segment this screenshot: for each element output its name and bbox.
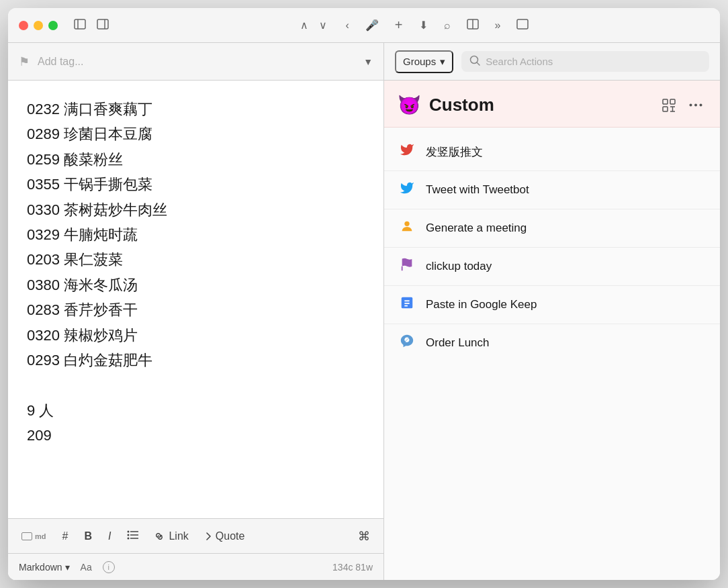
svg-rect-2 — [97, 19, 108, 29]
svg-point-13 — [128, 537, 130, 539]
tag-bar: ⚑ Add tag... ▼ — [8, 43, 383, 81]
editor-line-11: 0293 白灼金菇肥牛 — [27, 348, 365, 373]
nav-up-button[interactable]: ∧ — [298, 16, 311, 34]
action-item-1[interactable]: 发竖版推文 — [384, 133, 720, 171]
hashtag-button[interactable]: # — [60, 528, 71, 545]
markdown-badge: md — [19, 530, 49, 543]
nav-buttons: ∧ ∨ — [298, 16, 330, 34]
status-bar: Markdown ▾ Aa i 134c 81w — [8, 553, 383, 580]
editor-line-1: 0232 满口香爽藕丁 — [27, 97, 365, 121]
editor-content[interactable]: 0232 满口香爽藕丁 0289 珍菌日本豆腐 0259 酸菜粉丝 0355 干… — [8, 81, 383, 518]
svg-line-15 — [477, 62, 480, 65]
search-actions-input[interactable] — [486, 56, 701, 67]
action-icon-6 — [398, 334, 416, 352]
search-icon — [469, 55, 480, 68]
maximize-button[interactable] — [48, 21, 58, 30]
action-item-6[interactable]: Order Lunch — [384, 324, 720, 362]
search-bar — [461, 51, 709, 72]
quote-label: Quote — [216, 530, 245, 542]
editor-summary-1: 9 人 — [27, 398, 365, 423]
editor-line-5: 0330 茶树菇炒牛肉丝 — [27, 197, 365, 222]
action-item-2[interactable]: Tweet with Tweetbot — [384, 171, 720, 209]
actions-list: 发竖版推文 Tweet with Tweetbot — [384, 128, 720, 580]
action-label-5: Paste in Google Keep — [426, 298, 537, 311]
list-button[interactable] — [124, 528, 142, 545]
font-button[interactable]: Aa — [81, 562, 92, 573]
sidebar-toggle-icons — [74, 19, 109, 32]
action-icon-4 — [398, 257, 416, 276]
groups-label: Groups — [403, 56, 436, 67]
svg-point-24 — [700, 104, 702, 107]
more-icon[interactable]: » — [495, 19, 501, 32]
editor-toolbar: md # B I — [8, 518, 383, 553]
action-icon-1 — [398, 142, 416, 161]
editor-line-8: 0380 海米冬瓜汤 — [27, 273, 365, 297]
panel-icon[interactable] — [467, 19, 479, 32]
editor-line-2: 0289 珍菌日本豆腐 — [27, 121, 365, 146]
action-label-3: Generate a meeting — [426, 222, 527, 235]
traffic-lights — [19, 21, 58, 30]
titlebar: ∧ ∨ ‹ 🎤 + ⬇ ⌕ » — [8, 8, 720, 43]
groups-button[interactable]: Groups ▾ — [395, 50, 453, 73]
italic-button[interactable]: I — [105, 528, 113, 545]
mode-dropdown-icon: ▾ — [65, 562, 70, 573]
add-button[interactable]: + — [395, 17, 403, 33]
right-panel: Groups ▾ 😈 Custom — [384, 43, 720, 580]
svg-rect-0 — [75, 19, 85, 29]
svg-rect-16 — [663, 99, 668, 104]
action-item-4[interactable]: clickup today — [384, 248, 720, 286]
editor-line-7: 0203 果仁菠菜 — [27, 247, 365, 272]
mode-label: Markdown — [19, 562, 62, 573]
editor-line-10: 0320 辣椒炒鸡片 — [27, 323, 365, 348]
svg-rect-7 — [22, 532, 32, 540]
action-item-5[interactable]: Paste in Google Keep — [384, 286, 720, 324]
download-icon[interactable]: ⬇ — [419, 19, 428, 32]
action-icon-2 — [398, 181, 416, 199]
group-header: 😈 Custom — [384, 81, 720, 128]
editor-spacer — [27, 373, 365, 397]
svg-point-12 — [128, 534, 130, 536]
add-tag-placeholder[interactable]: Add tag... — [38, 56, 355, 68]
close-button[interactable] — [19, 21, 28, 30]
editor-line-3: 0259 酸菜粉丝 — [27, 147, 365, 172]
editor-line-6: 0329 牛腩炖时蔬 — [27, 222, 365, 247]
fullscreen-icon[interactable] — [516, 19, 529, 32]
word-count: 134c 81w — [332, 562, 373, 573]
group-scan-button[interactable] — [658, 95, 680, 116]
sidebar-icon-2[interactable] — [97, 19, 109, 32]
group-more-button[interactable] — [685, 95, 707, 116]
minimize-button[interactable] — [34, 21, 43, 30]
info-button[interactable]: i — [103, 561, 115, 573]
quote-button[interactable]: Quote — [202, 528, 248, 545]
mic-icon[interactable]: 🎤 — [365, 19, 379, 32]
link-button[interactable]: Link — [152, 528, 191, 545]
sidebar-icon-1[interactable] — [74, 19, 86, 32]
info-icon: i — [107, 563, 109, 571]
svg-rect-6 — [517, 19, 528, 29]
action-label-2: Tweet with Tweetbot — [426, 183, 529, 197]
groups-dropdown-icon: ▾ — [440, 56, 445, 68]
main-area: ⚑ Add tag... ▼ 0232 满口香爽藕丁 0289 珍菌日本豆腐 0… — [8, 43, 720, 580]
action-icon-5 — [398, 295, 416, 314]
bold-button[interactable]: B — [81, 528, 95, 545]
editor-line-4: 0355 干锅手撕包菜 — [27, 172, 365, 197]
actions-header: Groups ▾ — [384, 43, 720, 81]
group-action-buttons — [658, 95, 707, 116]
svg-rect-18 — [663, 107, 668, 111]
group-icon: 😈 — [398, 94, 421, 116]
link-label: Link — [169, 530, 188, 542]
tag-dropdown-button[interactable]: ▼ — [363, 56, 373, 67]
editor-line-9: 0283 香芹炒香干 — [27, 297, 365, 322]
left-panel: ⚑ Add tag... ▼ 0232 满口香爽藕丁 0289 珍菌日本豆腐 0… — [8, 43, 384, 580]
svg-point-25 — [404, 222, 409, 226]
back-button[interactable]: ‹ — [346, 19, 349, 32]
main-window: ∧ ∨ ‹ 🎤 + ⬇ ⌕ » — [8, 8, 720, 580]
action-item-3[interactable]: Generate a meeting — [384, 209, 720, 248]
svg-rect-17 — [670, 99, 675, 104]
mode-selector[interactable]: Markdown ▾ — [19, 562, 70, 573]
command-button[interactable]: ⌘ — [355, 526, 373, 546]
search-icon[interactable]: ⌕ — [444, 19, 451, 32]
svg-point-11 — [128, 530, 130, 532]
nav-down-button[interactable]: ∨ — [316, 16, 330, 34]
titlebar-center: ∧ ∨ ‹ 🎤 + ⬇ ⌕ » — [117, 16, 709, 34]
